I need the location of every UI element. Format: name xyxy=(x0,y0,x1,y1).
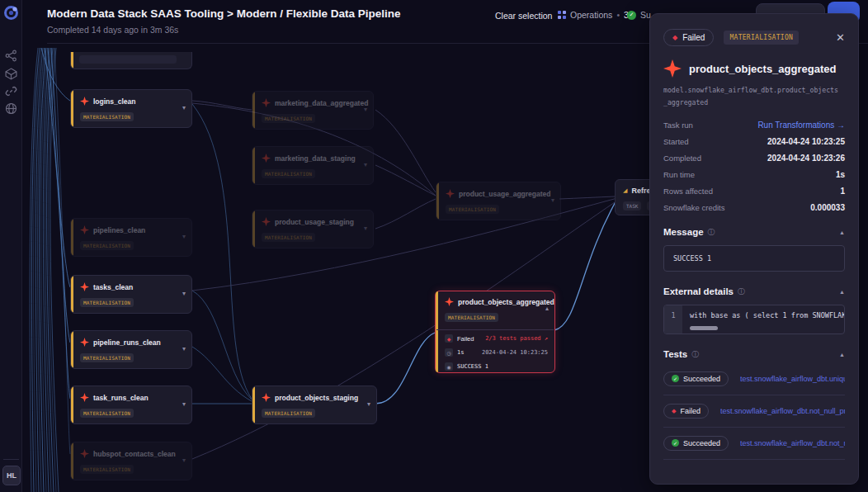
node-marketing-data-staging[interactable]: marketing_data_staging ▾ MATERIALISATION xyxy=(252,146,374,185)
app-logo-icon[interactable] xyxy=(3,5,19,21)
field-task-run: Task run Run Transformations → xyxy=(663,121,845,130)
node-type-badge: TASK xyxy=(623,201,641,211)
test-link[interactable]: test.snowflake_airflow_dbt.not_null_pr xyxy=(740,439,845,447)
node-accent-bar xyxy=(252,211,255,248)
pipelines-graph-icon[interactable] xyxy=(5,50,17,62)
user-avatar[interactable]: HL xyxy=(2,466,21,485)
dbt-icon xyxy=(80,282,89,291)
info-icon: ⓘ xyxy=(708,227,715,238)
chevron-down-icon[interactable]: ▾ xyxy=(182,457,186,464)
chevron-down-icon[interactable]: ▾ xyxy=(367,400,370,408)
run-status-subtitle: Completed 14 days ago in 3m 36s xyxy=(47,25,178,35)
node-accent-bar xyxy=(71,386,73,423)
node-product-objects-aggregated-selected[interactable]: product_objects_aggregated ▴ MATERIALISA… xyxy=(435,291,555,373)
clock-icon: ◷ xyxy=(445,348,453,357)
chevron-down-icon[interactable]: ▾ xyxy=(551,196,554,204)
node-type-badge: MATERIALISATION xyxy=(262,169,315,178)
dbt-icon xyxy=(262,217,271,226)
breadcrumb-title: Modern Data Stack SAAS Tooling > Modern … xyxy=(47,7,400,20)
chevron-down-icon[interactable]: ▾ xyxy=(182,345,186,352)
node-type-badge: MATERIALISATION xyxy=(80,353,134,362)
task-run-link[interactable]: Run Transformations → xyxy=(757,121,845,130)
details-panel: ◆ Failed MATERIALISATION ✕ product_objec… xyxy=(649,13,859,485)
node-title: pipeline_runs_clean xyxy=(93,338,161,347)
node-type-badge: MATERIALISATION xyxy=(445,313,498,322)
node-partial-top[interactable] xyxy=(70,52,192,69)
operations-grid-icon xyxy=(558,11,566,19)
node-product-objects-staging[interactable]: product_objects_staging ▾ MATERIALISATIO… xyxy=(252,386,377,424)
node-title: product_usage_aggregated xyxy=(459,190,550,198)
node-hubspot-contacts-clean[interactable]: hubspot_contacts_clean ▾ MATERIALISATION xyxy=(70,442,192,480)
node-accent-bar xyxy=(71,331,73,368)
chevron-up-icon[interactable]: ▴ xyxy=(545,305,549,312)
chevron-down-icon[interactable]: ▾ xyxy=(182,104,186,111)
message-content: SUCCESS 1 xyxy=(663,245,845,272)
chevron-down-icon[interactable]: ▾ xyxy=(364,161,367,168)
chevron-down-icon[interactable]: ▾ xyxy=(182,400,186,408)
field-value: 0.000033 xyxy=(810,203,845,212)
collapse-caret-icon[interactable]: ▲ xyxy=(839,229,845,235)
collapse-caret-icon[interactable]: ▲ xyxy=(839,289,845,295)
panel-header-row: ◆ Failed MATERIALISATION ✕ xyxy=(663,29,845,46)
node-title: pipelines_clean xyxy=(93,226,145,234)
test-status-pill: ◆ Failed xyxy=(663,404,709,419)
test-link[interactable]: test.snowflake_airflow_dbt.not_null_pr xyxy=(720,407,845,415)
clear-selection-button[interactable]: Clear selection xyxy=(495,11,552,21)
integrations-link-icon[interactable] xyxy=(5,85,17,97)
status-label: Failed xyxy=(682,33,705,42)
products-cube-icon[interactable] xyxy=(5,68,17,80)
success-check-icon: ✓ xyxy=(627,11,636,20)
node-accent-bar xyxy=(71,52,73,69)
node-divider xyxy=(436,329,554,330)
chevron-down-icon[interactable]: ▾ xyxy=(364,106,367,113)
chevron-down-icon[interactable]: ▾ xyxy=(364,225,367,232)
node-title: product_objects_staging xyxy=(275,394,358,402)
node-accent-bar xyxy=(436,291,438,372)
test-status-pill: ✓ Succeeded xyxy=(663,371,729,386)
node-type-badge: MATERIALISATION xyxy=(262,114,315,123)
operations-counter: Operations • 35 xyxy=(558,10,634,20)
test-row: ◆ Failed test.snowflake_airflow_dbt.not_… xyxy=(663,395,845,428)
node-accent-bar xyxy=(71,219,73,256)
close-icon[interactable]: ✕ xyxy=(836,31,845,44)
node-message: SUCCESS 1 xyxy=(457,363,488,370)
dbt-icon xyxy=(663,59,682,78)
node-product-usage-staging[interactable]: product_usage_staging ▾ MATERIALISATION xyxy=(252,210,374,248)
collapse-caret-icon[interactable]: ▲ xyxy=(839,352,845,357)
horizontal-scrollbar[interactable] xyxy=(690,326,718,330)
test-row: ✓ Succeeded test.snowflake_airflow_dbt.n… xyxy=(663,428,845,460)
node-marketing-data-aggregated[interactable]: marketing_data_aggregated ▾ MATERIALISAT… xyxy=(252,91,374,130)
panel-title-row: product_objects_aggregated xyxy=(663,59,845,78)
check-icon: ✓ xyxy=(672,375,679,382)
node-task-runs-clean[interactable]: task_runs_clean ▾ MATERIALISATION xyxy=(70,386,192,424)
tests-summary-link[interactable]: 2/3 tests passed ↗ xyxy=(485,335,548,342)
node-product-usage-aggregated[interactable]: product_usage_aggregated ▾ MATERIALISATI… xyxy=(436,182,561,220)
dbt-icon xyxy=(262,154,271,163)
node-accent-bar xyxy=(71,90,73,127)
node-type-badge: MATERIALISATION xyxy=(80,298,134,307)
message-heading: Message xyxy=(663,227,704,237)
node-type-badge: MATERIALISATION xyxy=(80,112,134,121)
dbt-icon xyxy=(446,189,455,198)
materialisation-badge: MATERIALISATION xyxy=(724,31,799,45)
node-accent-bar xyxy=(252,92,255,129)
chevron-down-icon[interactable]: ▾ xyxy=(182,233,186,240)
dbt-icon xyxy=(262,98,271,107)
web-globe-icon[interactable] xyxy=(5,102,17,115)
field-value: 1s xyxy=(836,170,845,179)
node-title: product_objects_aggregated xyxy=(458,298,554,306)
test-link[interactable]: test.snowflake_airflow_dbt.unique_pro xyxy=(740,375,845,383)
chevron-down-icon[interactable]: ▾ xyxy=(182,290,186,297)
node-accent-bar xyxy=(252,386,255,423)
node-title: Refre xyxy=(631,187,650,195)
failed-diamond-icon: ◆ xyxy=(445,334,453,343)
dbt-icon xyxy=(80,225,89,234)
node-pipeline-runs-clean[interactable]: pipeline_runs_clean ▾ MATERIALISATION xyxy=(70,330,192,369)
panel-title: product_objects_aggregated xyxy=(689,63,836,75)
node-pipelines-clean[interactable]: pipelines_clean ▾ MATERIALISATION xyxy=(70,218,192,257)
test-status-label: Failed xyxy=(680,407,701,415)
node-tasks-clean[interactable]: tasks_clean ▾ MATERIALISATION xyxy=(70,275,192,314)
external-details-section-header: External details ⓘ ▲ xyxy=(663,286,845,297)
check-icon: ✓ xyxy=(672,439,679,447)
node-logins-clean[interactable]: logins_clean ▾ MATERIALISATION xyxy=(70,89,192,128)
